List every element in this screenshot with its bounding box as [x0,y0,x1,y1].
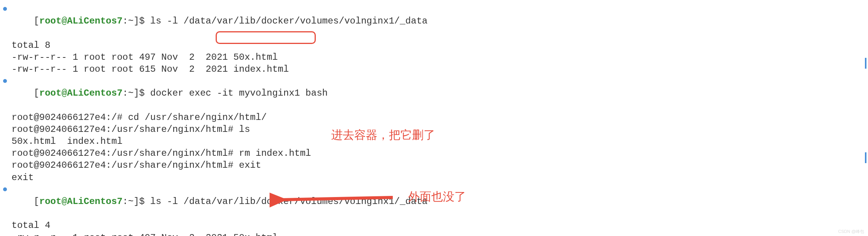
container-line: root@9024066127e4:/# cd /usr/share/nginx… [0,111,868,123]
command-text: ls -l /data/var/lib/docker/volumes/volng… [150,16,427,26]
command-text: ls [239,124,250,135]
command-text: rm index.html [239,148,311,158]
terminal-line: [root@ALiCentos7:~]$ ls -l /data/var/lib… [0,3,868,39]
output-line: exit [0,172,868,184]
container-line: root@9024066127e4:/usr/share/nginx/html#… [0,147,868,159]
bullet-icon [3,79,7,83]
user-host: root@ALiCentos7 [39,16,122,26]
command-text: ls -l /data/var/lib/docker/volumes/volng… [150,196,427,207]
scroll-indicator [865,152,866,163]
terminal-line: [root@ALiCentos7:~]$ ls -l /data/var/lib… [0,184,868,220]
output-line: total 4 [0,219,868,231]
file-listing: -rw-r--r-- 1 root root 497 Nov 2 2021 50… [0,232,868,236]
output-line: total 8 [0,39,868,51]
command-text: cd /usr/share/nginx/html/ [128,112,266,123]
container-line: root@9024066127e4:/usr/share/nginx/html#… [0,123,868,135]
scroll-indicator [865,58,866,69]
command-text: docker exec -it myvolnginx1 bash [150,88,328,98]
bracket-close: ] [134,16,139,26]
watermark: CSDN @峰包 [838,229,864,234]
container-line: root@9024066127e4:/usr/share/nginx/html#… [0,159,868,171]
command-text: exit [239,160,261,170]
terminal-output: [root@ALiCentos7:~]$ ls -l /data/var/lib… [0,3,868,236]
bracket-open: [ [34,16,39,26]
file-listing: 50x.html index.html [0,135,868,147]
file-listing: -rw-r--r-- 1 root root 497 Nov 2 2021 50… [0,51,868,63]
terminal-line: [root@ALiCentos7:~]$ docker exec -it myv… [0,75,868,111]
bullet-icon [3,7,7,11]
file-listing: -rw-r--r-- 1 root root 615 Nov 2 2021 in… [0,63,868,75]
bullet-icon [3,187,7,191]
